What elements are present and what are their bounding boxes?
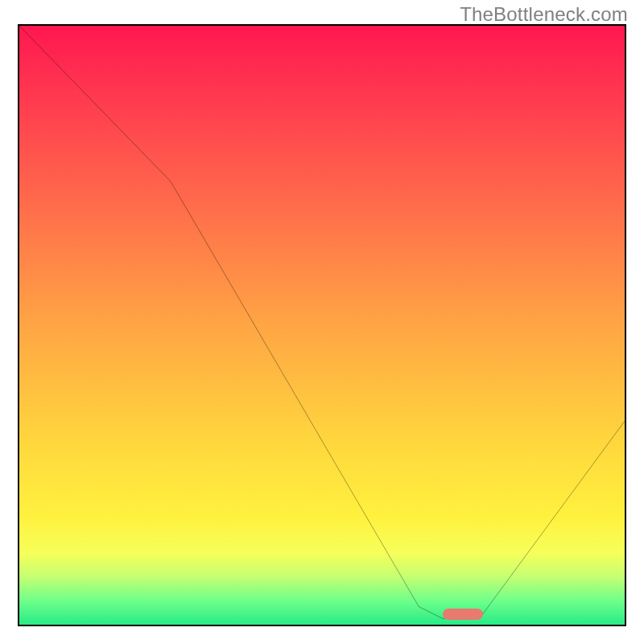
bottleneck-curve	[19, 26, 625, 625]
chart-container: TheBottleneck.com	[0, 0, 644, 644]
watermark-text: TheBottleneck.com	[460, 3, 628, 26]
plot-area	[18, 24, 626, 626]
optimum-marker	[443, 609, 483, 620]
